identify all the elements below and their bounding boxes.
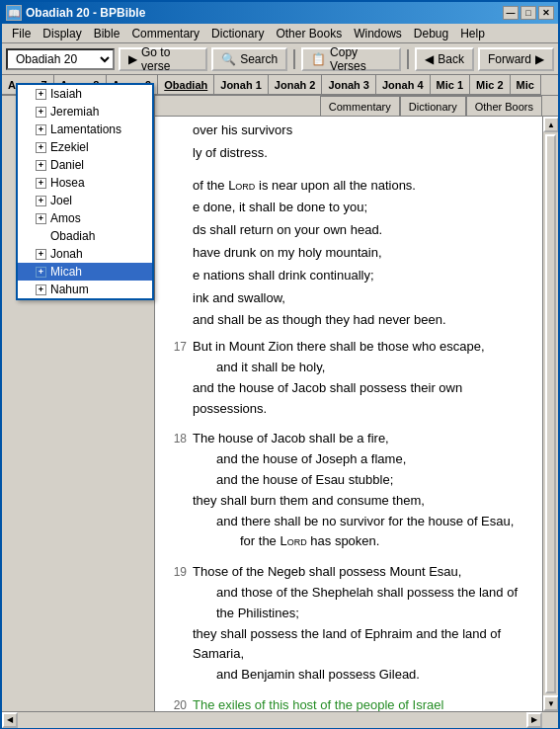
minimize-button[interactable]: — [503, 6, 519, 20]
toolbar-separator-2 [407, 49, 409, 69]
verse-row-18: 18 The house of Jacob shall be a fire, a… [163, 429, 534, 552]
sidebar-item-isaiah[interactable]: + Isaiah [18, 96, 152, 103]
expand-icon[interactable]: + [36, 284, 46, 295]
tab-jonah4[interactable]: Jonah 4 [376, 75, 431, 95]
sidebar-item-micah[interactable]: + Micah [18, 263, 152, 281]
sidebar-item-daniel[interactable]: + Daniel [18, 156, 152, 174]
expand-icon[interactable]: + [36, 196, 46, 206]
back-button[interactable]: ◀ Back [415, 47, 474, 71]
menu-file[interactable]: File [6, 25, 37, 42]
sidebar-item-amos[interactable]: + Amos [18, 209, 152, 227]
scroll-thumb[interactable] [545, 134, 556, 693]
menu-debug[interactable]: Debug [408, 25, 454, 42]
book-select[interactable]: Obadiah 20 [6, 48, 115, 70]
sidebar-item-nahum[interactable]: + Nahum [18, 281, 152, 298]
back-icon: ◀ [425, 52, 434, 66]
verse-num [163, 220, 193, 241]
book-label: Jeremiah [50, 105, 99, 119]
tab-jonah3[interactable]: Jonah 3 [322, 75, 376, 95]
menu-help[interactable]: Help [454, 25, 491, 42]
scroll-down-button[interactable]: ▼ [543, 695, 558, 711]
verse-row: and shall be as though they had never be… [163, 310, 534, 331]
menu-bible[interactable]: Bible [88, 25, 126, 42]
sidebar-item-obadiah[interactable]: Obadiah [18, 227, 152, 245]
scroll-up-button[interactable]: ▲ [543, 117, 558, 132]
expand-icon[interactable]: + [36, 267, 46, 278]
expand-icon[interactable]: + [36, 178, 46, 189]
verse-num: 19 [163, 562, 193, 686]
tab-spacer [155, 96, 320, 116]
menu-display[interactable]: Display [37, 25, 87, 42]
tab-mic1[interactable]: Mic 1 [431, 75, 471, 95]
sidebar-item-lamentations[interactable]: + Lamentations [18, 121, 152, 138]
go-to-verse-button[interactable]: ▶ Go to verse [119, 47, 207, 71]
menu-commentary[interactable]: Commentary [125, 25, 205, 42]
verse-num [163, 243, 193, 264]
book-label: Amos [50, 211, 81, 225]
verse-row: ly of distress. [163, 143, 534, 164]
book-dropdown: + Isaiah + Jeremiah + Lamentations + Eze… [16, 96, 154, 300]
tab-jonah1[interactable]: Jonah 1 [214, 75, 269, 95]
sidebar-item-jonah[interactable]: + Jonah [18, 245, 152, 263]
expand-icon[interactable]: + [36, 124, 46, 135]
spacer [163, 166, 534, 176]
status-bar: ◀ ▶ [2, 711, 558, 727]
book-select-container: Obadiah 20 [6, 48, 115, 70]
main-window: 📖 Obadiah 20 - BPBible — □ ✕ File Displa… [0, 0, 560, 729]
tab-other-books[interactable]: Other Boors [466, 96, 542, 116]
tab-obadiah[interactable]: Obadiah [158, 75, 214, 95]
search-button[interactable]: 🔍 Search [211, 47, 287, 71]
sidebar-item-ezekiel[interactable]: + Ezekiel [18, 138, 152, 156]
book-label: Ezekiel [50, 140, 89, 154]
scrollbar: ▲ ▼ [542, 117, 558, 711]
scroll-left-button[interactable]: ◀ [2, 712, 18, 728]
tab-mic2[interactable]: Mic 2 [470, 75, 511, 95]
side-tabs: Commentary Dictionary Other Boors [155, 96, 558, 117]
forward-button[interactable]: Forward ▶ [478, 47, 554, 71]
tab-dictionary[interactable]: Dictionary [400, 96, 466, 116]
verse-text: of the Lord is near upon all the nations… [193, 176, 534, 197]
verse-num [163, 121, 193, 141]
verse-num [163, 176, 193, 197]
book-label: Isaiah [50, 96, 82, 101]
title-bar-left: 📖 Obadiah 20 - BPBible [6, 5, 145, 21]
bible-content[interactable]: over his survivors ly of distress. of th… [155, 117, 542, 711]
book-label: Joel [50, 194, 72, 207]
verse-text-highlighted: The exiles of this host of the people of… [193, 695, 534, 711]
book-label: Micah [50, 265, 82, 279]
verse-num [163, 143, 193, 164]
verse-num [163, 288, 193, 309]
expand-icon[interactable]: + [36, 213, 46, 224]
expand-icon[interactable]: + [36, 249, 46, 260]
verse-text: Those of the Negeb shall possess Mount E… [193, 562, 534, 686]
forward-icon: ▶ [535, 52, 544, 66]
expand-icon[interactable]: + [36, 96, 46, 100]
expand-icon[interactable]: + [36, 107, 46, 118]
maximize-button[interactable]: □ [520, 6, 536, 20]
menu-windows[interactable]: Windows [348, 25, 408, 42]
menu-dictionary[interactable]: Dictionary [205, 25, 270, 42]
verse-text: e nations shall drink continually; [193, 266, 534, 286]
sidebar-item-hosea[interactable]: + Hosea [18, 174, 152, 192]
tab-mic[interactable]: Mic [511, 75, 541, 95]
tab-jonah2[interactable]: Jonah 2 [269, 75, 323, 95]
verse-text: But in Mount Zion there shall be those w… [193, 337, 534, 419]
verse-row-19: 19 Those of the Negeb shall possess Moun… [163, 562, 534, 686]
search-icon: 🔍 [221, 52, 236, 66]
book-label: Jonah [50, 247, 83, 261]
menu-other-books[interactable]: Other Books [270, 25, 348, 42]
verse-text: ds shall return on your own head. [193, 220, 534, 241]
tab-commentary[interactable]: Commentary [320, 96, 400, 116]
sidebar-item-jeremiah[interactable]: + Jeremiah [18, 103, 152, 121]
verse-text: and shall be as though they had never be… [193, 310, 534, 331]
expand-icon[interactable]: + [36, 142, 46, 153]
copy-verses-button[interactable]: 📋 Copy Verses [301, 47, 401, 71]
verse-row: e nations shall drink continually; [163, 266, 534, 286]
sidebar-item-joel[interactable]: + Joel [18, 192, 152, 209]
verse-text: e done, it shall be done to you; [193, 198, 534, 218]
copy-icon: 📋 [311, 52, 326, 66]
verse-row: over his survivors [163, 121, 534, 141]
scroll-right-button[interactable]: ▶ [526, 712, 542, 728]
close-button[interactable]: ✕ [538, 6, 554, 20]
expand-icon[interactable]: + [36, 160, 46, 171]
